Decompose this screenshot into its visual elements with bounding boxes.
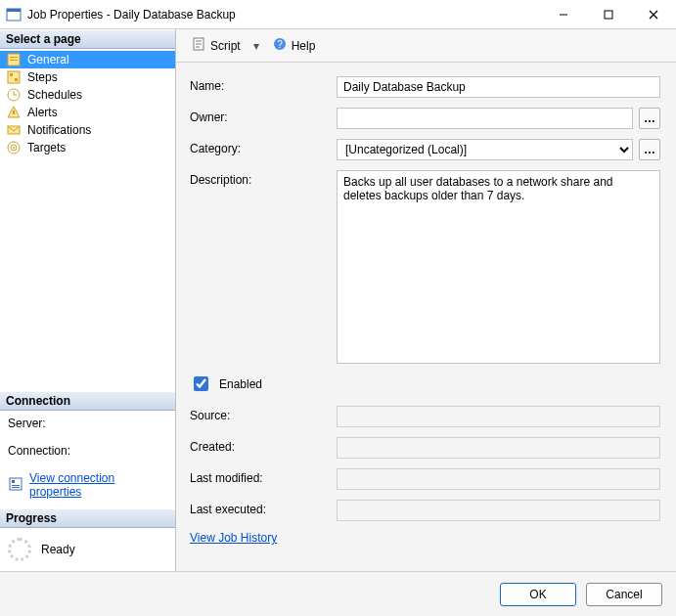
help-label: Help xyxy=(292,39,316,53)
enabled-checkbox[interactable] xyxy=(194,376,208,391)
source-label: Source: xyxy=(190,406,337,422)
source-value xyxy=(337,406,660,427)
script-label: Script xyxy=(210,39,241,53)
script-button[interactable]: Script xyxy=(184,32,248,59)
app-icon xyxy=(6,7,22,22)
page-item-targets[interactable]: Targets xyxy=(0,139,175,156)
page-item-general[interactable]: General xyxy=(0,51,175,68)
executed-label: Last executed: xyxy=(190,500,337,516)
category-label: Category: xyxy=(190,139,337,155)
svg-rect-21 xyxy=(10,478,22,490)
toolbar: Script ▾ ? Help xyxy=(176,29,676,63)
window-buttons xyxy=(541,0,676,28)
svg-rect-16 xyxy=(13,110,15,114)
left-pane: Select a page General Steps Schedules Al… xyxy=(0,29,176,571)
script-dropdown[interactable]: ▾ xyxy=(251,39,261,53)
page-icon xyxy=(6,52,22,67)
page-list: General Steps Schedules Alerts Notificat… xyxy=(0,49,175,391)
progress-status: Ready xyxy=(41,543,75,556)
executed-value xyxy=(337,500,660,521)
view-job-history-link[interactable]: View Job History xyxy=(190,531,277,545)
maximize-button[interactable] xyxy=(586,0,631,28)
connection-header: Connection xyxy=(0,391,175,411)
page-item-label: Alerts xyxy=(27,106,58,119)
select-page-header: Select a page xyxy=(0,29,175,49)
svg-rect-3 xyxy=(605,11,612,19)
script-icon xyxy=(191,36,206,55)
page-icon xyxy=(6,87,22,103)
svg-rect-9 xyxy=(8,71,20,83)
window-title: Job Properties - Daily Database Backup xyxy=(27,8,541,22)
page-icon xyxy=(6,140,22,155)
name-input[interactable] xyxy=(337,76,660,98)
view-connection-properties-link[interactable]: View connection properties xyxy=(8,471,167,499)
page-icon xyxy=(6,122,22,138)
page-icon xyxy=(6,69,22,85)
cancel-button[interactable]: Cancel xyxy=(586,583,662,606)
category-browse-button[interactable]: … xyxy=(639,139,660,160)
svg-rect-7 xyxy=(10,57,18,58)
help-icon: ? xyxy=(272,36,288,55)
page-item-steps[interactable]: Steps xyxy=(0,68,175,86)
close-button[interactable] xyxy=(631,0,676,28)
minimize-button[interactable] xyxy=(541,0,586,28)
description-label: Description: xyxy=(190,170,337,187)
page-item-label: Notifications xyxy=(27,123,91,137)
right-pane: Script ▾ ? Help Name: Owner: … Category xyxy=(176,29,676,571)
dialog-footer: OK Cancel xyxy=(0,571,676,616)
created-value xyxy=(337,437,660,459)
svg-rect-11 xyxy=(15,78,18,81)
page-item-schedules[interactable]: Schedules xyxy=(0,86,175,104)
page-item-alerts[interactable]: Alerts xyxy=(0,104,175,121)
svg-text:?: ? xyxy=(277,39,283,50)
modified-value xyxy=(337,468,660,490)
page-item-label: Targets xyxy=(27,141,66,154)
page-item-label: General xyxy=(27,53,69,66)
name-label: Name: xyxy=(190,76,337,93)
svg-rect-22 xyxy=(12,480,15,483)
server-label: Server: xyxy=(8,417,167,430)
svg-rect-1 xyxy=(7,9,21,12)
owner-browse-button[interactable]: … xyxy=(639,108,660,129)
svg-rect-10 xyxy=(10,73,13,76)
progress-header: Progress xyxy=(0,508,175,528)
owner-input[interactable] xyxy=(337,108,633,129)
owner-label: Owner: xyxy=(190,108,337,124)
help-button[interactable]: ? Help xyxy=(265,32,323,59)
page-item-label: Steps xyxy=(27,70,58,84)
ok-button[interactable]: OK xyxy=(500,583,576,606)
modified-label: Last modified: xyxy=(190,468,337,485)
description-textarea[interactable] xyxy=(337,170,660,364)
connection-label: Connection: xyxy=(8,444,167,458)
created-label: Created: xyxy=(190,437,337,454)
view-connection-properties-label: View connection properties xyxy=(29,471,167,499)
page-item-label: Schedules xyxy=(27,88,82,102)
category-select[interactable]: [Uncategorized (Local)] xyxy=(337,139,633,160)
page-item-notifications[interactable]: Notifications xyxy=(0,121,175,139)
progress-block: Ready xyxy=(0,528,175,571)
svg-rect-24 xyxy=(12,487,20,488)
svg-rect-8 xyxy=(10,60,18,61)
page-icon xyxy=(6,105,22,120)
enabled-label: Enabled xyxy=(219,377,262,391)
properties-icon xyxy=(8,476,23,495)
form: Name: Owner: … Category: [Uncategorized … xyxy=(176,63,676,571)
progress-spinner-icon xyxy=(8,538,31,561)
connection-block: Server: Connection: View connection prop… xyxy=(0,411,175,508)
svg-rect-23 xyxy=(12,485,20,486)
titlebar: Job Properties - Daily Database Backup xyxy=(0,0,676,29)
svg-point-20 xyxy=(13,147,15,149)
